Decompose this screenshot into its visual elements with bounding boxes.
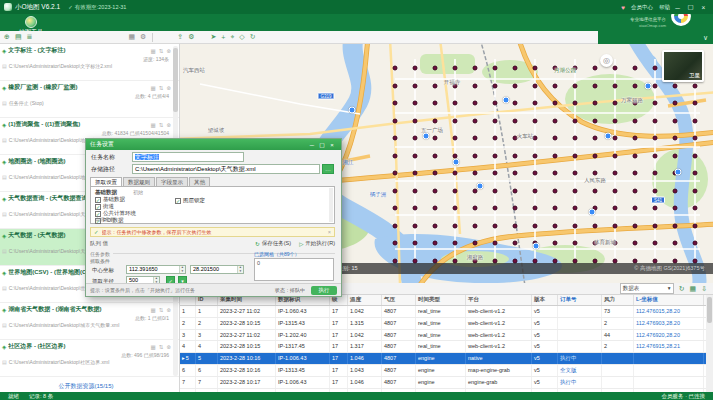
map-settings-icon[interactable]: ⚙ [188,33,194,41]
table-row[interactable]: 442023-2-28 10:15IP-1317.45171.3174807re… [180,341,713,353]
longitude-spinner[interactable]: 112.391650 ▴▾ [126,265,186,274]
execute-button[interactable]: 执行 [311,286,337,295]
table-row[interactable]: 332023-2-27 11:02IP-1.202.40171.0424807r… [180,330,713,342]
task-list-icon[interactable]: ≣ [27,33,33,41]
dialog-close-button[interactable]: × [327,142,337,148]
select-cursor-icon[interactable]: ➤ [210,33,216,41]
brand-subtitle: 专业地理信息平台 [628,17,666,22]
table-row[interactable]: 772023-2-28 10:17IP-1.006.43171.0464807e… [180,377,713,389]
task-item[interactable]: ◈ 湖南省天气数据 - (湖南省天气数据) ▦ ⇅ ⊗ 总数: 1 已抓0/1 … [0,303,179,340]
table-row[interactable]: 662023-2-28 10:16IP-1313.45171.0434807en… [180,365,713,377]
table-cell[interactable]: 112.476015,28.20 [634,306,704,317]
task-item-tools[interactable]: ▦ ⇅ ⊗ [151,122,171,128]
dialog-maximize-button[interactable]: ▢ [317,141,327,148]
task-file-path: ▤ 任务停止 (Stop) [2,100,171,106]
map-label: 汽车西站 [183,67,205,74]
table-cell[interactable]: 执行中 [558,353,602,364]
satellite-layer-toggle[interactable]: 卫星 [662,50,704,82]
column-header[interactable]: 温度 [348,295,382,305]
column-header[interactable]: 风力 [602,295,634,305]
task-item-tools[interactable]: ▦ ⇅ ⊗ [151,344,171,350]
warning-close-icon[interactable]: × [328,229,331,235]
dialog-title-bar[interactable]: 任务设置 ─ ▢ × [86,139,341,150]
table-row[interactable]: 552023-2-28 10:16IP-1.006.43171.0464807e… [180,353,713,365]
minimize-button[interactable]: ─ [672,4,683,11]
table-cell: 2 [602,341,634,352]
panel-scrollbar[interactable] [329,188,333,222]
locate-button[interactable]: ◎ [600,54,613,67]
table-row[interactable]: 112023-2-27 11:02IP-1.060.43171.0424807r… [180,306,713,318]
table-cell [602,353,634,364]
task-item-tools[interactable]: ▦ ⇅ ⊗ [151,85,171,91]
browse-button[interactable]: … [322,164,334,174]
task-item-tools[interactable]: ▦ ⇅ ⊗ [151,307,171,313]
group-reset-link[interactable]: 初始 [133,189,143,195]
task-item[interactable]: ◈ 文字标注 - (文字标注) ▦ ⇅ ⊗ 进度: 134条 ▤ C:\User… [0,44,179,81]
member-center-button[interactable]: 会员中心 [631,4,653,11]
dialog-tab[interactable]: 字段显示 [156,177,188,186]
target-icon[interactable]: ⌖ [230,33,234,41]
run-task-button[interactable]: ▷ 开始执行(R) [299,240,335,247]
dialog-minimize-button[interactable]: ─ [307,142,317,148]
polygon-icon[interactable]: ◇ [239,33,244,41]
checkbox[interactable]: 基础数据 [95,196,125,203]
table-cell[interactable]: 112.476915,28.21 [634,341,704,352]
chevron-down-icon[interactable]: ∨ [703,34,708,42]
table-cell: 1.042 [348,306,382,317]
table-cell[interactable]: 执行中 [558,377,602,388]
queue-label[interactable]: 队列 值 [90,240,108,247]
task-item-tools[interactable]: ▦ ⇅ ⊗ [151,48,171,54]
new-task-icon[interactable]: ⊕ [4,33,10,41]
table-cell[interactable]: 112.476903,28.20 [634,318,704,329]
storage-path-input[interactable]: C:\Users\Administrator\Desktop\天气数据.xml [132,164,320,174]
grid-dot [693,118,698,123]
table-cell: engine [416,377,466,388]
task-title: 湖南省天气数据 - (湖南省天气数据) [8,305,148,314]
advanced-conditions-label[interactable]: 高级条件 [95,216,115,222]
columns-icon[interactable]: ▦ [128,33,135,41]
pan-icon[interactable]: + [221,34,225,41]
selected-grid-list[interactable]: 0 [254,258,334,281]
column-header[interactable]: 版本 [532,295,558,305]
dataset-select[interactable]: 数据表 ▾ [620,283,674,294]
table-row[interactable]: 222023-2-28 10:15IP-1315.43171.3154807re… [180,318,713,330]
checkbox-layer-lock[interactable]: 图层锁定 [175,197,205,204]
column-header[interactable]: 气压 [382,295,416,305]
table-cell [558,341,602,352]
latitude-spinner[interactable]: 28.201500 ▴▾ [190,265,244,274]
table-scrollbar[interactable] [706,295,713,392]
table-cell: 1.046 [348,377,382,388]
task-item[interactable]: ◈ 社区边界 - (社区边界) ▦ ⇅ ⊗ 总数: 496 已抓98/196 ▤… [0,340,179,377]
task-item[interactable]: ◈ 橡胶厂监测 - (橡胶厂监测) ▦ ⇅ ⊗ 总数: 4 已抓4/4 ▤ 任务… [0,81,179,118]
save-icon: ↻ [255,241,260,247]
open-folder-icon[interactable]: ▤ [15,33,22,41]
table-cell [558,330,602,341]
table-cell[interactable]: 全文版 [558,365,602,376]
export-icon[interactable]: ⇩ [701,285,707,293]
maximize-button[interactable]: ▢ [685,3,696,11]
gear-icon[interactable]: ⚙ [140,33,146,41]
refresh-icon[interactable]: ↻ [250,33,256,41]
dialog-tab[interactable]: 数据规则 [123,177,155,186]
save-task-button[interactable]: ↻ 保存任务(S) [255,240,291,247]
table-columns-icon[interactable]: ▦ [690,285,697,293]
column-header[interactable]: 平台 [466,295,532,305]
column-header[interactable]: L-坐标值 [634,295,704,305]
heart-icon[interactable]: ♥ [621,4,625,11]
close-button[interactable]: × [698,4,709,11]
table-cell: IP-1.202.40 [276,330,330,341]
table-cell: 17 [330,341,348,352]
share-icon[interactable]: ⇪ [177,33,183,41]
public-data-link[interactable]: 公开数据资源(15/15) [0,382,172,391]
dialog-tab[interactable]: 其他 [189,177,210,186]
column-header[interactable]: 时间类型 [416,295,466,305]
checkbox[interactable]: 街道 [95,203,114,210]
grid-dot [693,171,698,176]
column-header[interactable]: 订单号 [558,295,602,305]
help-button[interactable]: 帮助 [659,4,670,11]
task-name-input[interactable]: 文字标注 [132,152,244,162]
dialog-tab[interactable]: 抓取设置 [90,177,122,186]
refresh-table-icon[interactable]: ↻ [679,285,685,293]
table-cell[interactable]: 112.476920,28.20 [634,330,704,341]
grid-dot [653,241,658,246]
